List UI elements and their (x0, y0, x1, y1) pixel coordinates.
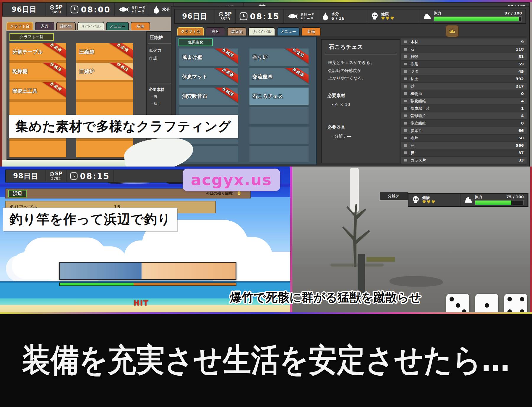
material-icon (404, 55, 407, 58)
craft-item[interactable]: 分解テーブル 作成済 (9, 43, 66, 60)
material-qty: 118 (516, 47, 524, 51)
tab-menu[interactable]: メニュー (277, 27, 300, 35)
crafted-ribbon: 作成済 (104, 63, 133, 80)
sp-label: SP (224, 12, 232, 17)
day-label: 98日目 (13, 171, 38, 181)
clock-segment: 08:00 (67, 3, 115, 16)
material-name: 樹皮繊維 (411, 121, 426, 126)
promo-collage: 96日目 SP 3499 08:00 食料 ▬ 0 ▪ 1 ▬ 0 (0, 0, 532, 407)
material-line: ・粘土 (147, 100, 174, 107)
craft-item[interactable]: 乾燥棚 作成済 (9, 63, 66, 80)
water-label: 水分 (331, 12, 344, 16)
material-name: 植物油 (411, 91, 422, 96)
caption-beasts: 爆竹で死骸に群がる猛獣を蹴散らせ (230, 289, 421, 306)
sp-label: SP (55, 5, 63, 10)
die-cell (461, 296, 467, 302)
crafted-ribbon: 作成済 (37, 63, 66, 80)
material-name: ガラス片 (411, 158, 426, 163)
craft-item[interactable]: 香り炉 作成済 (249, 49, 309, 66)
craft-item-selected[interactable]: 圧縮炉 作成済 (76, 63, 133, 80)
tab-building[interactable]: 建築物 (56, 22, 76, 30)
sp-badge: SP 3499 (46, 3, 67, 16)
water-drop-icon (322, 12, 329, 21)
material-qty: 9 (521, 40, 524, 44)
material-row: 強化繊維4 (401, 98, 527, 104)
material-icon (404, 151, 407, 154)
location-label: 浜辺 (8, 190, 27, 197)
category-label-a: クラフト一覧 (9, 33, 54, 41)
tab-furniture[interactable]: 家具 (206, 27, 225, 35)
tab-equipment[interactable]: 装備 (301, 27, 321, 35)
material-row: 樹脂59 (401, 61, 527, 67)
day-counter: 96日目 (175, 9, 215, 23)
material-name: 樹脂 (411, 62, 418, 67)
material-qty: 66 (518, 128, 524, 133)
material-name: 貝殻 (411, 54, 418, 59)
stamina-segment: 体力75 / 100 (460, 194, 528, 206)
tab-survival-active[interactable]: サバイバル (248, 27, 275, 35)
water-label: 水分 (162, 7, 170, 12)
water-segment: 水分 6 / 16 (318, 9, 367, 23)
tab-equipment[interactable]: 装備 (131, 22, 150, 30)
craft-item[interactable]: 簡易土工具 作成済 (9, 82, 66, 99)
water-drop-icon (153, 5, 160, 14)
craft-body-b: 低系進化 風よけ壁 作成済 休息マット 作成済 洞穴吸音布 作成済 (175, 36, 527, 165)
material-row: ツタ45 (401, 68, 527, 75)
die-pip (519, 296, 525, 302)
material-qty: 4 (521, 114, 524, 118)
muscle-arm-icon (423, 12, 431, 20)
die-cell (513, 302, 519, 308)
craft-column-left-a: 分解テーブル 作成済 乾燥棚 作成済 簡易土工具 作成済 (9, 43, 66, 157)
material-qty: 217 (516, 84, 524, 88)
craft-panel-b: 低系進化 風よけ壁 作成済 休息マット 作成済 洞穴吸音布 作成済 (176, 36, 317, 165)
food-label: 食料 (132, 6, 138, 9)
craft-item-label: 休息マット (182, 73, 207, 80)
materials-label: 必要素材 (322, 91, 400, 101)
material-qty: 59 (518, 62, 524, 66)
craft-item[interactable]: 洞穴吸音布 作成済 (179, 88, 238, 105)
craft-item-label: 分解テーブル (12, 49, 43, 55)
die-cell (513, 296, 519, 302)
craft-item[interactable]: 圧縮袋 作成済 (76, 43, 133, 60)
rank-icon[interactable] (446, 25, 459, 37)
die-cell (455, 296, 461, 302)
sp-badge: SP 3792 (46, 170, 66, 182)
craft-item-selected[interactable]: 石ころチェス (249, 88, 309, 105)
crafted-ribbon: 作成済 (37, 82, 66, 99)
crafted-ribbon: 作成済 (279, 68, 309, 85)
material-row: 植物油0 (401, 90, 527, 97)
material-row: 骨球磁片4 (401, 112, 527, 119)
tab-furniture[interactable]: 家具 (35, 22, 54, 30)
stamina-bar (434, 16, 522, 22)
tooltip-box: 分解テ (380, 192, 408, 200)
tab-craft[interactable]: クラフト台 (7, 22, 33, 30)
tab-menu[interactable]: メニュー (106, 22, 129, 30)
craft-column-right-b: 香り炉 作成済 交流座卓 作成済 石ころチェス (249, 49, 309, 162)
sp-badge: SP 3529 (215, 9, 236, 23)
water-segment: 水分 (149, 3, 174, 16)
die-pip (455, 302, 461, 308)
tab-craft[interactable]: クラフト台 (177, 27, 204, 35)
status-header-d: 健康 ♥♥♥ 体力75 / 100 ROLL TOTAL : 8 クリックで振る (408, 193, 528, 207)
clock-icon (70, 172, 78, 180)
health-hearts: ♥♥♥ (381, 16, 395, 21)
material-row: 樹皮繊維0 (401, 120, 527, 127)
tab-building[interactable]: 建築物 (227, 27, 246, 35)
caption-crafting: 集めた素材で多様なクラフティング (9, 115, 238, 138)
fishing-gauge[interactable] (59, 262, 236, 280)
remaining-value: 0 (238, 191, 241, 196)
craft-item[interactable]: 休息マット 作成済 (179, 68, 238, 85)
craft-item[interactable]: 交流座卓 作成済 (249, 68, 309, 85)
material-row: 炭素片66 (401, 127, 527, 134)
material-name: 布片 (411, 135, 418, 141)
right-seam-strip (530, 167, 532, 316)
craft-item[interactable]: 風よけ壁 作成済 (179, 49, 238, 66)
die-cell (519, 302, 525, 308)
material-qty: 51 (518, 54, 524, 59)
tab-survival[interactable]: サバイバル (77, 22, 104, 30)
die-pip (449, 296, 455, 302)
status-header-b: 96日目 SP 3529 08:15 食料 ▬ 0 ▪ 1 ▬ 0 (174, 9, 526, 24)
food-left-value: 1 (135, 9, 137, 13)
description-text: 柚葉とチェスができる。 会話時の好感度が 上がりやすくなる。 (322, 54, 400, 86)
material-row: 石118 (401, 46, 527, 53)
